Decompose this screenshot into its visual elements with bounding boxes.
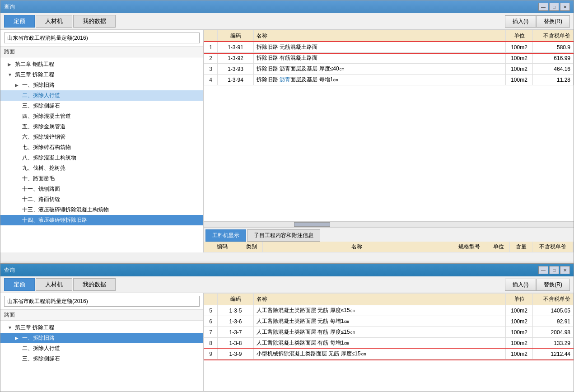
tree-arrow-2: ▶ xyxy=(15,83,20,88)
tab-rencaiji-2[interactable]: 人材机 xyxy=(36,278,72,291)
cell-name-w2-1: 人工凿除混凝土类路面层 无筋 厚度≤15㎝ xyxy=(254,305,506,316)
tab-dinge-2[interactable]: 定额 xyxy=(4,278,35,291)
cell-code-w2-2: 1-3-6 xyxy=(218,316,254,327)
cell-num-3: 3 xyxy=(204,64,218,75)
window-2: 查询 — □ ✕ 定额 人材机 我的数据 插入(I) 替换(R) 山东省市政工程… xyxy=(0,263,574,392)
cell-code-w2-5: 1-3-9 xyxy=(218,349,254,359)
close-btn-1[interactable]: ✕ xyxy=(560,3,570,11)
bottom-tab-content-1[interactable]: 子目工程内容和附注信息 xyxy=(247,229,320,242)
tree-item-5[interactable]: 四、拆除混凝土管道 xyxy=(0,111,203,121)
cell-num-2: 2 xyxy=(204,53,218,64)
th-code-1: 编码 xyxy=(218,30,254,42)
th-name-1: 名称 xyxy=(254,30,506,42)
tree-item-w2-3[interactable]: 三、拆除侧缘石 xyxy=(0,354,203,364)
breadcrumb-2: 路面 xyxy=(0,310,203,321)
insert-btn-1[interactable]: 插入(I) xyxy=(505,15,536,28)
tree-item-6[interactable]: 五、拆除金属管道 xyxy=(0,121,203,132)
left-panel-1: 山东省市政工程消耗量定额(2016) 路面 ▶ 第二章 钢筋工程 ▼ 第三章 拆… xyxy=(0,30,204,252)
tab-rencaiji-1[interactable]: 人材机 xyxy=(36,15,72,28)
tree-item-14[interactable]: 十三、液压破碎锤拆除混凝土构筑物 xyxy=(0,205,203,215)
tree-item-1[interactable]: ▼ 第三章 拆除工程 xyxy=(0,70,203,80)
cell-unit-2: 100m2 xyxy=(506,53,533,64)
table-row-w2-4[interactable]: 8 1-3-8 人工凿除混凝土类路面层 有筋 每增1㎝ 100m2 133.29 xyxy=(204,338,574,349)
database-dropdown-2[interactable]: 山东省市政工程消耗量定额(2016) xyxy=(4,296,200,307)
cell-code-w2-3: 1-3-7 xyxy=(218,327,254,338)
tree-item-8[interactable]: 七、拆除砖石构筑物 xyxy=(0,142,203,153)
table-row-1[interactable]: 1 1-3-91 拆除旧路 无筋混凝土路面 100m2 580.9 xyxy=(204,42,574,53)
tree-item-10[interactable]: 九、伐树、挖树蔸 xyxy=(0,163,203,173)
cell-name-3: 拆除旧路 沥青面层及基层 厚度≤40㎝ xyxy=(254,64,506,75)
tree-item-4[interactable]: 三、拆除侧缘石 xyxy=(0,101,203,111)
content-area-1: 山东省市政工程消耗量定额(2016) 路面 ▶ 第二章 钢筋工程 ▼ 第三章 拆… xyxy=(0,30,574,252)
close-btn-2[interactable]: ✕ xyxy=(560,266,570,274)
cell-num-w2-5: 9 xyxy=(204,349,218,359)
replace-btn-2[interactable]: 替换(R) xyxy=(536,279,570,291)
cell-code-w2-4: 1-3-8 xyxy=(218,338,254,349)
cell-code-4: 1-3-94 xyxy=(218,75,254,85)
table-row-w2-1[interactable]: 5 1-3-5 人工凿除混凝土类路面层 无筋 厚度≤15㎝ 100m2 1405… xyxy=(204,305,574,316)
window-1: 查询 — □ ✕ 定额 人材机 我的数据 插入(I) 替换(R) 山东省市政工程… xyxy=(0,0,574,263)
tree-item-7[interactable]: 六、拆除镀锌钢管 xyxy=(0,132,203,142)
maximize-btn-1[interactable]: □ xyxy=(549,3,559,11)
name-part-4a: 拆除旧路 xyxy=(257,76,280,83)
window-controls-2: — □ ✕ xyxy=(538,266,570,274)
dropdown-container-2: 山东省市政工程消耗量定额(2016) xyxy=(4,296,200,307)
h-scrollbar-1[interactable] xyxy=(204,221,574,227)
bth-qty-1: 含量 xyxy=(510,242,532,252)
tree-item-9[interactable]: 八、拆除混凝土构筑物 xyxy=(0,153,203,163)
th-unit-1: 单位 xyxy=(506,30,533,42)
bottom-tab-gongliao-1[interactable]: 工料机显示 xyxy=(205,229,246,242)
tree-item-w2-1[interactable]: ▶ 一、拆除旧路 xyxy=(0,333,203,343)
cell-num-4: 4 xyxy=(204,75,218,85)
tree-item-15[interactable]: 十四、液压破碎锤拆除旧路 xyxy=(0,215,203,225)
cell-name-w2-3: 人工凿除混凝土类路面层 有筋 厚度≤15㎝ xyxy=(254,327,506,338)
tab-mydata-2[interactable]: 我的数据 xyxy=(73,278,116,291)
table-row-w2-5[interactable]: 9 1-3-9 小型机械拆除混凝土类路面层 无筋 厚度≤15㎝ 100m2 12… xyxy=(204,349,574,359)
minimize-btn-1[interactable]: — xyxy=(538,3,548,11)
tree-arrow-1: ▼ xyxy=(8,72,13,77)
tab-mydata-1[interactable]: 我的数据 xyxy=(73,15,116,28)
cell-unit-w2-3: 100m2 xyxy=(506,327,533,338)
table-row-3[interactable]: 3 1-3-93 拆除旧路 沥青面层及基层 厚度≤40㎝ 100m2 464.1… xyxy=(204,64,574,75)
bth-code-1: 编码 xyxy=(204,242,240,252)
table-row-2[interactable]: 2 1-3-92 拆除旧路 有筋混凝土路面 100m2 616.99 xyxy=(204,53,574,64)
table-row-w2-3[interactable]: 7 1-3-7 人工凿除混凝土类路面层 有筋 厚度≤15㎝ 100m2 2004… xyxy=(204,327,574,338)
cell-unit-w2-4: 100m2 xyxy=(506,338,533,349)
cell-unit-w2-5: 100m2 xyxy=(506,349,533,359)
tree-label-8: 七、拆除砖石构筑物 xyxy=(22,144,71,151)
cell-num-w2-2: 6 xyxy=(204,316,218,327)
data-table-2: 编码 名称 单位 不含税单价 5 1-3-5 人工凿除混凝土类路面层 无筋 厚度… xyxy=(204,293,574,391)
replace-btn-1[interactable]: 替换(R) xyxy=(536,15,570,28)
th-num-1 xyxy=(204,30,218,42)
tree-label-2: 一、拆除旧路 xyxy=(22,81,55,89)
tree-item-0[interactable]: ▶ 第二章 钢筋工程 xyxy=(0,59,203,70)
dropdown-wrapper-1: 山东省市政工程消耗量定额(2016) xyxy=(0,30,203,47)
database-dropdown-1[interactable]: 山东省市政工程消耗量定额(2016) xyxy=(4,33,200,43)
tree-arrow-0: ▶ xyxy=(8,62,13,67)
tree-item-2[interactable]: ▶ 一、拆除旧路 xyxy=(0,80,203,90)
scrollbar-thumb-1[interactable] xyxy=(294,222,330,227)
content-area-2: 山东省市政工程消耗量定额(2016) 路面 ▼ 第三章 拆除工程 ▶ 一、拆除旧… xyxy=(0,293,574,391)
tree-item-12[interactable]: 十一、铣刨路面 xyxy=(0,184,203,194)
cell-unit-w2-2: 100m2 xyxy=(506,316,533,327)
cell-name-w2-2: 人工凿除混凝土类路面层 无筋 每增1㎝ xyxy=(254,316,506,327)
tree-label-1: 第三章 拆除工程 xyxy=(15,71,54,79)
cell-name-w2-4: 人工凿除混凝土类路面层 有筋 每增1㎝ xyxy=(254,338,506,349)
table-row-w2-2[interactable]: 6 1-3-6 人工凿除混凝土类路面层 无筋 每增1㎝ 100m2 92.91 xyxy=(204,316,574,327)
tree-item-13[interactable]: 十二、路面切缝 xyxy=(0,194,203,205)
tree-arrow-w2-0: ▼ xyxy=(8,325,13,330)
tree-label-9: 八、拆除混凝土构筑物 xyxy=(22,154,76,162)
tree-area-1: ▶ 第二章 钢筋工程 ▼ 第三章 拆除工程 ▶ 一、拆除旧路 二、拆除人行道 xyxy=(0,57,203,252)
tree-label-w2-1: 一、拆除旧路 xyxy=(22,334,55,342)
cell-price-w2-4: 133.29 xyxy=(533,338,574,349)
maximize-btn-2[interactable]: □ xyxy=(549,266,559,274)
insert-btn-2[interactable]: 插入(I) xyxy=(505,279,536,291)
tree-item-w2-0[interactable]: ▼ 第三章 拆除工程 xyxy=(0,322,203,333)
table-row-4[interactable]: 4 1-3-94 拆除旧路 沥青面层及基层 每增1㎝ 100m2 11.28 xyxy=(204,75,574,85)
minimize-btn-2[interactable]: — xyxy=(538,266,548,274)
tab-dinge-1[interactable]: 定额 xyxy=(4,15,35,28)
tree-item-11[interactable]: 十、路面凿毛 xyxy=(0,173,203,184)
tree-item-w2-2[interactable]: 二、拆除人行道 xyxy=(0,343,203,354)
cell-price-3: 464.16 xyxy=(533,64,574,75)
tree-item-3[interactable]: 二、拆除人行道 xyxy=(0,90,203,101)
